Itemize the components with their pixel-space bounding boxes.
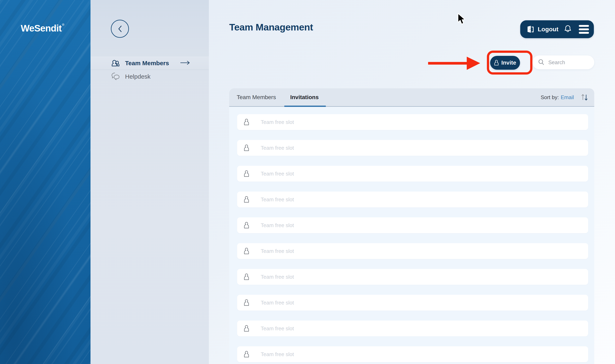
sort-by-label: Sort by:	[541, 94, 559, 101]
logout-door-icon	[526, 25, 535, 34]
team-free-slot-row: Team free slot	[237, 321, 588, 336]
user-menu-pill: Logout	[520, 20, 594, 38]
page-title: Team Management	[229, 22, 313, 33]
person-icon	[244, 247, 249, 255]
team-free-slot-row: Team free slot	[237, 295, 588, 311]
hamburger-icon	[579, 25, 589, 27]
logo-text: WeSendit	[21, 23, 62, 34]
person-icon	[244, 299, 249, 306]
tab-invitations[interactable]: Invitations	[290, 94, 319, 101]
person-icon	[244, 119, 249, 126]
slot-label: Team free slot	[261, 196, 294, 203]
nav-sidebar: Team Members Helpdesk	[91, 0, 209, 364]
back-button[interactable]	[111, 20, 129, 38]
invitations-list: Team free slot Team free slot Team free …	[229, 107, 594, 364]
sidebar-nav: Team Members Helpdesk	[91, 56, 209, 83]
slot-label: Team free slot	[261, 222, 294, 229]
slot-label: Team free slot	[261, 119, 294, 125]
sidebar-item-label: Team Members	[125, 60, 169, 67]
team-free-slot-row: Team free slot	[237, 269, 588, 285]
main-content: Team Management Logout	[209, 0, 615, 364]
team-free-slot-row: Team free slot	[237, 346, 588, 362]
team-free-slot-row: Team free slot	[237, 166, 588, 182]
slot-label: Team free slot	[261, 248, 294, 254]
sort-field-link[interactable]: Email	[561, 94, 574, 101]
search-box	[533, 55, 594, 69]
logout-button[interactable]: Logout	[526, 25, 559, 34]
person-icon	[244, 196, 249, 203]
team-free-slot-row: Team free slot	[237, 140, 588, 156]
team-free-slot-row: Team free slot	[237, 114, 588, 130]
arrow-right-icon	[180, 60, 191, 67]
chevron-left-icon	[117, 25, 123, 33]
annotation-arrow	[428, 56, 483, 70]
sort-control: Sort by: Email	[541, 93, 588, 102]
team-management-page: { "brand": { "logo_text": "WeSendit", "r…	[0, 0, 615, 364]
tab-team-members[interactable]: Team Members	[237, 94, 276, 101]
team-free-slot-row: Team free slot	[237, 192, 588, 208]
slot-label: Team free slot	[261, 145, 294, 151]
sidebar-item-label: Helpdesk	[125, 73, 150, 80]
team-members-icon	[111, 59, 121, 67]
search-icon	[538, 59, 545, 66]
sidebar-item-team-members[interactable]: Team Members	[91, 56, 209, 70]
person-icon	[244, 325, 249, 332]
slot-label: Team free slot	[261, 325, 294, 332]
brand-sidebar: WeSendit®	[0, 0, 91, 364]
person-icon	[244, 351, 249, 358]
helpdesk-icon	[111, 72, 121, 81]
team-free-slot-row: Team free slot	[237, 243, 588, 259]
bell-icon	[564, 25, 572, 34]
hamburger-menu-button[interactable]	[579, 25, 589, 34]
sort-direction-icon[interactable]	[580, 93, 588, 102]
person-icon	[244, 273, 249, 280]
slot-label: Team free slot	[261, 299, 294, 306]
invite-person-icon	[494, 60, 499, 66]
person-icon	[244, 144, 249, 151]
invite-button[interactable]: Invite	[490, 56, 520, 70]
notifications-button[interactable]	[564, 25, 572, 34]
person-icon	[244, 170, 249, 177]
person-icon	[244, 222, 249, 229]
search-input[interactable]	[548, 59, 594, 65]
logout-label: Logout	[538, 26, 559, 33]
slot-label: Team free slot	[261, 351, 294, 358]
slot-label: Team free slot	[261, 274, 294, 280]
invite-label: Invite	[501, 60, 516, 66]
tab-bar: Team Members Invitations Sort by: Email	[229, 88, 594, 107]
team-panel: Team Members Invitations Sort by: Email	[229, 88, 594, 364]
registered-mark: ®	[62, 23, 64, 26]
sidebar-item-helpdesk[interactable]: Helpdesk	[91, 70, 209, 83]
team-free-slot-row: Team free slot	[237, 217, 588, 233]
wesendit-logo[interactable]: WeSendit®	[21, 23, 64, 34]
slot-label: Team free slot	[261, 171, 294, 177]
